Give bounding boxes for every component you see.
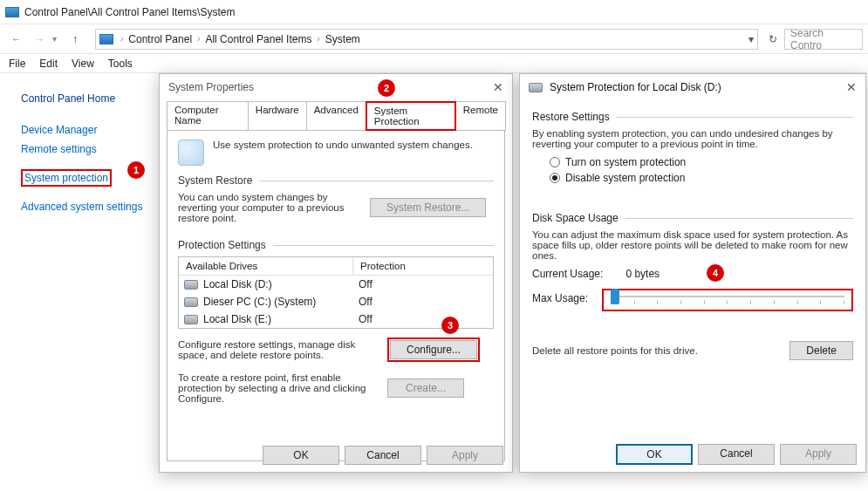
- dialog-title: System Protection for Local Disk (D:): [550, 81, 846, 93]
- breadcrumb-system[interactable]: System: [322, 33, 364, 45]
- configure-button[interactable]: Configure...: [390, 340, 477, 359]
- drive-icon: [184, 297, 198, 307]
- drive-icon: [184, 280, 198, 290]
- sidebar-device-manager[interactable]: Device Manager: [21, 124, 148, 136]
- table-row[interactable]: Dieser PC (C:) (System) Off: [179, 293, 493, 310]
- search-placeholder: Search Contro: [790, 29, 857, 50]
- history-dropdown[interactable]: ▾: [52, 34, 57, 44]
- menu-edit[interactable]: Edit: [39, 58, 58, 70]
- window-title: Control Panel\All Control Panel Items\Sy…: [24, 6, 235, 18]
- sidebar-home[interactable]: Control Panel Home: [21, 92, 148, 105]
- apply-button: Apply: [427, 446, 503, 465]
- system-restore-button: System Restore...: [370, 198, 486, 217]
- breadcrumb-control-panel[interactable]: Control Panel: [125, 33, 195, 45]
- shield-icon: [178, 140, 204, 166]
- group-protection-settings: Protection Settings: [178, 239, 266, 251]
- disk-usage-desc: You can adjust the maximum disk space us…: [532, 229, 853, 261]
- tab-system-protection[interactable]: System Protection: [366, 101, 456, 131]
- drive-icon: [529, 83, 543, 92]
- drive-name: Local Disk (D:): [203, 278, 272, 290]
- table-row[interactable]: Local Disk (D:) Off: [179, 276, 493, 293]
- forward-button: →: [28, 28, 51, 51]
- menu-bar: File Edit View Tools: [0, 54, 868, 73]
- system-icon: [5, 7, 19, 17]
- delete-button[interactable]: Delete: [789, 341, 853, 360]
- drive-state: Off: [353, 312, 378, 326]
- annotation-marker-4: 4: [707, 264, 724, 282]
- sidebar: Control Panel Home Device Manager Remote…: [0, 73, 155, 490]
- radio-disable[interactable]: Disable system protection: [550, 172, 853, 184]
- chevron-right-icon[interactable]: ›: [195, 34, 202, 44]
- address-icon: [99, 34, 113, 44]
- drive-name: Local Disk (E:): [203, 313, 271, 325]
- menu-view[interactable]: View: [72, 58, 94, 70]
- system-protection-dialog: System Protection for Local Disk (D:) ✕ …: [519, 73, 866, 473]
- annotation-marker-3: 3: [441, 317, 459, 334]
- apply-button: Apply: [780, 444, 857, 465]
- tab-advanced[interactable]: Advanced: [306, 101, 366, 131]
- chevron-right-icon[interactable]: ›: [315, 34, 321, 44]
- menu-tools[interactable]: Tools: [108, 58, 133, 70]
- radio-turn-on[interactable]: Turn on system protection: [550, 156, 853, 168]
- back-button[interactable]: ←: [5, 28, 28, 51]
- tab-computer-name[interactable]: Computer Name: [167, 101, 249, 131]
- annotation-marker-2: 2: [378, 79, 395, 97]
- cancel-button[interactable]: Cancel: [345, 446, 421, 465]
- menu-file[interactable]: File: [9, 58, 25, 70]
- group-disk-usage: Disk Space Usage: [532, 212, 619, 224]
- group-system-restore: System Restore: [178, 174, 252, 187]
- radio-on-label: Turn on system protection: [565, 156, 686, 168]
- radio-icon: [550, 157, 560, 167]
- intro-text: Use system protection to undo unwanted s…: [213, 140, 473, 150]
- delete-desc: Delete all restore points for this drive…: [532, 345, 781, 356]
- drive-icon: [184, 315, 198, 324]
- up-button[interactable]: ↑: [64, 28, 86, 51]
- chevron-right-icon[interactable]: ›: [119, 34, 125, 44]
- restore-desc: You can undo system changes by reverting…: [178, 192, 361, 223]
- create-desc: To create a restore point, first enable …: [178, 372, 379, 404]
- group-restore-settings: Restore Settings: [532, 111, 610, 123]
- drive-name: Dieser PC (C:) (System): [203, 296, 316, 308]
- ok-button[interactable]: OK: [616, 444, 693, 465]
- tab-remote[interactable]: Remote: [455, 101, 506, 131]
- address-dropdown-icon[interactable]: ▾: [748, 33, 754, 45]
- radio-icon: [550, 173, 560, 183]
- restore-settings-desc: By enabling system protection, you can u…: [532, 128, 853, 149]
- sidebar-remote-settings[interactable]: Remote settings: [21, 143, 148, 155]
- create-button: Create...: [387, 378, 464, 398]
- sidebar-system-protection[interactable]: System protection: [21, 169, 112, 187]
- current-usage-label: Current Usage:: [532, 268, 603, 280]
- col-protection: Protection: [353, 257, 493, 275]
- search-input[interactable]: Search Contro: [784, 29, 863, 50]
- configure-desc: Configure restore settings, manage disk …: [178, 339, 379, 360]
- window-titlebar: Control Panel\All Control Panel Items\Sy…: [0, 0, 868, 24]
- refresh-button[interactable]: ↻: [769, 33, 777, 45]
- cancel-button[interactable]: Cancel: [698, 444, 775, 465]
- system-properties-dialog: System Properties ✕ Computer Name Hardwa…: [159, 73, 513, 473]
- max-usage-slider[interactable]: [602, 289, 853, 311]
- dialog-title: System Properties: [168, 81, 493, 93]
- drive-state: Off: [353, 295, 378, 309]
- close-icon[interactable]: ✕: [493, 80, 503, 94]
- address-bar[interactable]: › Control Panel › All Control Panel Item…: [95, 29, 758, 50]
- max-usage-label: Max Usage:: [532, 287, 588, 304]
- annotation-marker-1: 1: [127, 161, 145, 179]
- radio-off-label: Disable system protection: [565, 172, 685, 184]
- current-usage-value: 0 bytes: [625, 268, 660, 280]
- ok-button[interactable]: OK: [263, 446, 339, 465]
- breadcrumb-all-items[interactable]: All Control Panel Items: [202, 33, 315, 45]
- drive-state: Off: [353, 277, 378, 291]
- tab-strip: Computer Name Hardware Advanced System P…: [160, 100, 512, 130]
- tab-hardware[interactable]: Hardware: [248, 101, 307, 131]
- close-icon[interactable]: ✕: [846, 80, 857, 94]
- slider-thumb[interactable]: [611, 289, 619, 304]
- col-available-drives: Available Drives: [179, 257, 353, 275]
- navigation-bar: ← → ▾ ↑ › Control Panel › All Control Pa…: [0, 24, 868, 54]
- sidebar-advanced-settings[interactable]: Advanced system settings: [21, 201, 148, 213]
